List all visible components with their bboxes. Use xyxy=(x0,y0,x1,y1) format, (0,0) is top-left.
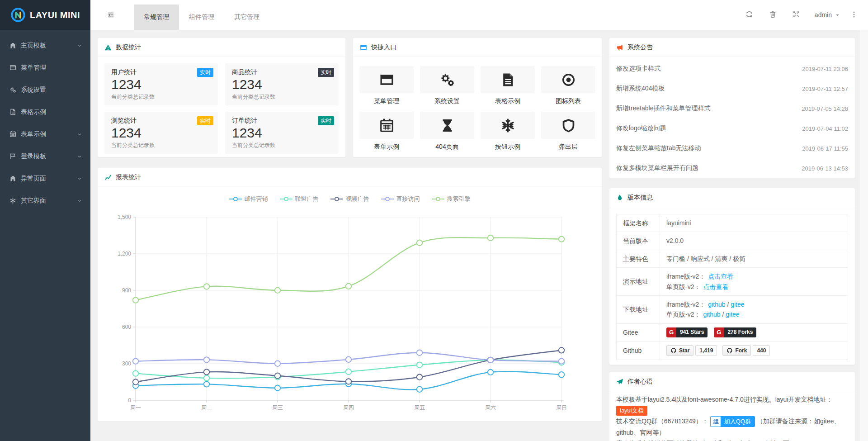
sidebar-item[interactable]: 登录模板 xyxy=(0,145,90,167)
quick-entry[interactable]: 404页面 xyxy=(420,112,474,151)
panel-version-header: 版本信息 xyxy=(609,188,855,207)
svg-text:1,200: 1,200 xyxy=(118,251,131,257)
panel-quick-header: 快捷入口 xyxy=(353,38,602,57)
notice-date: 2019-07-04 11:02 xyxy=(802,125,848,132)
stat-desc: 当前分类总记录数 xyxy=(111,93,211,101)
sidebar-item[interactable]: 表单示例 xyxy=(0,123,90,145)
header-action[interactable] xyxy=(761,10,785,19)
sidebar-toggle-icon[interactable] xyxy=(107,11,114,19)
flag-icon xyxy=(11,153,15,159)
svg-text:周四: 周四 xyxy=(343,404,354,411)
chevron-down-icon xyxy=(77,43,82,48)
quick-entry[interactable]: 按钮示例 xyxy=(481,112,535,151)
octocat-icon xyxy=(670,347,677,354)
top-header: 常规管理 组件管理 其它管理 admin xyxy=(90,0,868,30)
chevron-down-icon xyxy=(77,154,82,159)
hourglass-icon xyxy=(443,119,452,131)
sidebar-item[interactable]: 系统设置 xyxy=(0,79,90,101)
more-menu[interactable] xyxy=(846,11,862,19)
quick-entry[interactable]: 表格示例 xyxy=(481,66,535,105)
quick-entry-label: 弹出层 xyxy=(541,143,595,151)
notice-date: 2019-07-05 14:28 xyxy=(802,105,848,112)
notice-date: 2019-07-11 23:06 xyxy=(802,66,848,72)
stat-value: 1234 xyxy=(232,125,332,141)
dot-circle-icon xyxy=(563,74,574,85)
sidebar-item[interactable]: 菜单管理 xyxy=(0,57,90,79)
quick-entry-label: 404页面 xyxy=(420,143,474,151)
file-icon xyxy=(11,109,15,115)
stat-desc: 当前分类总记录数 xyxy=(111,142,211,149)
sidebar-item-label: 登录模板 xyxy=(21,152,46,161)
panel-stats-header: 数据统计 xyxy=(98,38,345,57)
calendar-icon xyxy=(10,131,16,137)
refresh-icon xyxy=(746,11,753,17)
notice-item[interactable]: 修改logo缩放问题 2019-07-04 11:02 xyxy=(609,119,855,138)
home-icon xyxy=(10,43,16,48)
tab-bar: 常规管理 组件管理 其它管理 xyxy=(134,5,269,30)
header-action[interactable] xyxy=(785,10,808,19)
header-action[interactable] xyxy=(738,10,761,19)
stat-value: 1234 xyxy=(111,125,211,141)
table-row: Github Star1,419 Fork440 xyxy=(617,341,848,360)
demo-link-iframe[interactable]: 点击查看 xyxy=(708,273,733,280)
stat-card: 订单统计 1234 当前分类总记录数 实时 xyxy=(225,112,339,154)
panel-title: 系统公告 xyxy=(627,43,653,52)
github-star-count: 1,419 xyxy=(695,345,717,356)
snowflake-icon xyxy=(502,119,513,131)
gitee-stars-badge[interactable]: G941 Stars xyxy=(666,327,708,337)
download-link-github[interactable]: github xyxy=(708,301,725,308)
demo-link-spa[interactable]: 点击查看 xyxy=(703,283,728,290)
sidebar-item[interactable]: 其它界面 xyxy=(0,190,90,212)
gitee-logo-icon: G xyxy=(714,327,724,337)
tab[interactable]: 其它管理 xyxy=(224,5,269,30)
sidebar-item[interactable]: 表格示例 xyxy=(0,101,90,123)
stat-card: 商品统计 1234 当前分类总记录数 实时 xyxy=(225,63,339,105)
quick-entry[interactable]: 菜单管理 xyxy=(359,66,414,105)
quick-entry-label: 按钮示例 xyxy=(481,143,535,151)
panel-version: 版本信息 框架名称 layuimini 当前版本 v2.0.0 主要特色 零门槛… xyxy=(609,188,855,365)
chevron-down-icon xyxy=(77,132,82,137)
asterisk-icon xyxy=(10,198,15,204)
tab[interactable]: 组件管理 xyxy=(179,5,224,30)
window-solid-icon xyxy=(380,75,393,85)
layui-doc-badge[interactable]: layui文档 xyxy=(616,406,647,416)
download-link-github[interactable]: github xyxy=(703,311,720,318)
table-row: 演示地址 iframe版-v2：点击查看 单页版-v2：点击查看 xyxy=(617,268,848,296)
panel-report-header: 报表统计 xyxy=(98,168,602,187)
user-menu[interactable]: admin xyxy=(808,11,846,19)
sidebar-item[interactable]: 异常页面 xyxy=(0,167,90,190)
notice-item[interactable]: 新增系统404模板 2019-07-11 12:57 xyxy=(609,79,855,99)
quick-entry[interactable]: 弹出层 xyxy=(541,112,595,151)
tab[interactable]: 常规管理 xyxy=(134,5,179,30)
quick-entry[interactable]: 图标列表 xyxy=(541,66,595,105)
svg-text:1,500: 1,500 xyxy=(118,214,131,220)
join-qq-button[interactable]: 加入QQ群 xyxy=(710,416,755,427)
notice-item[interactable]: 修改选项卡样式 2019-07-11 23:06 xyxy=(609,59,855,79)
quick-entry[interactable]: 表单示例 xyxy=(359,112,414,151)
quick-entry[interactable]: 系统设置 xyxy=(420,66,474,105)
trash-icon xyxy=(770,11,775,17)
notice-item[interactable]: 新增treetable插件和菜单管理样式 2019-07-05 14:28 xyxy=(609,99,855,119)
chart-icon xyxy=(104,174,112,181)
table-row: 框架名称 layuimini xyxy=(617,214,848,232)
notice-date: 2019-07-11 12:57 xyxy=(802,85,848,92)
download-link-gitee[interactable]: gitee xyxy=(731,301,744,308)
stat-title: 订单统计 xyxy=(232,117,332,125)
gitee-forks-badge[interactable]: G278 Forks xyxy=(714,327,756,337)
svg-text:周一: 周一 xyxy=(130,404,141,411)
github-fork-count: 440 xyxy=(753,345,770,356)
notice-text: 修复左侧菜单缩放tab无法移动 xyxy=(616,144,701,152)
caret-down-icon xyxy=(835,13,840,18)
sidebar-item[interactable]: 主页模板 xyxy=(0,34,90,57)
table-row: 下载地址 iframe版-v2：github / gitee 单页版-v2：gi… xyxy=(617,295,848,323)
tab-label: 常规管理 xyxy=(144,13,169,21)
notice-date: 2019-06-17 11:55 xyxy=(802,145,848,152)
notice-item[interactable]: 修复多模块菜单栏展开有问题 2019-06-13 14:53 xyxy=(609,158,855,178)
download-link-gitee[interactable]: gitee xyxy=(726,311,739,318)
github-fork-button[interactable]: Fork440 xyxy=(722,345,770,356)
panel-quick: 快捷入口 菜单管理 系统设置 表格示例 图标列表 表单示例 xyxy=(353,38,602,157)
github-star-button[interactable]: Star1,419 xyxy=(666,345,717,356)
gears-icon xyxy=(441,74,453,86)
notice-date: 2019-06-13 14:53 xyxy=(802,165,848,172)
notice-item[interactable]: 修复左侧菜单缩放tab无法移动 2019-06-17 11:55 xyxy=(609,138,855,158)
